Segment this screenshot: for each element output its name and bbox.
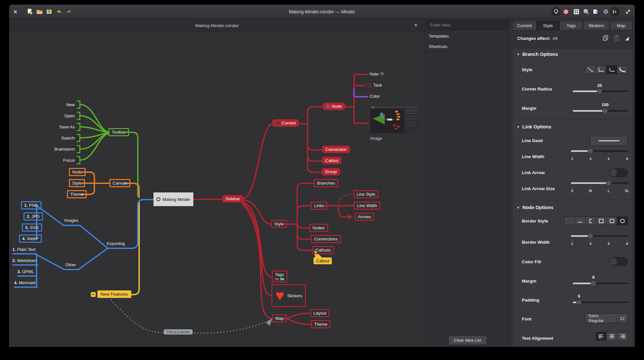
node-canvas-node[interactable]: Node [69,168,86,176]
undo-icon[interactable] [56,8,63,15]
node-search[interactable]: Search [61,134,80,142]
idea-input[interactable] [427,20,508,30]
align-center-button[interactable] [606,332,617,341]
node-exporting[interactable]: Exporting [107,241,125,246]
window-close-icon[interactable]: ✕ [12,8,19,15]
settings-gear-icon[interactable]: ⚙ [602,8,609,15]
node-margin-slider[interactable] [573,283,628,284]
branch-style-squared-button[interactable] [596,65,606,74]
changes-affect-value[interactable]: All [553,36,557,41]
border-style-rounded-button[interactable] [607,217,617,225]
align-right-button[interactable] [617,332,628,341]
node-mermaid[interactable]: 4. Mermaid [14,280,35,285]
node-brainstorm[interactable]: Brainstorm [54,145,80,153]
slider-knob[interactable] [588,233,593,239]
open-folder-icon[interactable] [36,8,43,15]
export-icon[interactable] [592,8,600,15]
node-image-label[interactable]: Image [370,136,382,141]
search-icon[interactable] [583,8,590,15]
tab-style[interactable]: Style [537,21,559,30]
slider-knob[interactable] [588,148,593,154]
branch-style-curved-button[interactable] [617,65,628,74]
line-dash-select[interactable] [590,136,628,146]
tab-stickers[interactable]: Stickers [583,21,610,30]
border-width-slider[interactable] [571,235,628,237]
node-map[interactable]: Map [272,314,287,322]
tab-map[interactable]: Map [610,21,633,30]
node-tags[interactable]: Tags [272,270,287,283]
connection-title-secret[interactable]: This is a secret [164,329,193,335]
clear-idea-list-button[interactable]: Clear Idea List [448,335,487,345]
node-save-as[interactable]: Save As [59,123,80,131]
node-line-width[interactable]: Line Width [354,202,380,210]
node-markdown[interactable]: 2. Markdown [12,258,37,263]
tab-current[interactable]: Current [512,21,537,30]
node-canvas-theme[interactable]: Theme [67,190,87,198]
node-other[interactable]: Other [65,262,76,267]
node-opml[interactable]: 3. OPML [17,269,34,274]
node-theme[interactable]: Theme [311,320,330,328]
corner-radius-slider[interactable] [573,90,628,92]
node-line-style[interactable]: Line Style [353,190,378,198]
redo-icon[interactable] [65,8,72,15]
slider-knob[interactable] [602,108,608,114]
section-node-options[interactable]: ▾ Node Options [517,205,554,210]
hint-lightbulb-icon[interactable] [551,7,561,17]
border-style-none-button[interactable] [564,217,575,225]
node-nodes[interactable]: Nodes [309,224,328,232]
node-style[interactable]: Style [271,220,287,228]
node-color[interactable]: Color [370,94,380,99]
sidebar-item-shortcuts[interactable]: Shortcuts [425,41,510,52]
document-close-icon[interactable]: ✕ [414,23,418,28]
slider-knob[interactable] [590,281,596,286]
paste-style-icon[interactable] [613,35,620,42]
line-width-slider[interactable] [571,150,628,152]
mindmap-canvas[interactable]: Making Minder Sidebar Current Node Conne… [9,32,425,347]
border-style-underline-button[interactable] [575,217,586,225]
node-links[interactable]: Links [311,202,327,210]
node-stickers[interactable]: ♥ Stickers [271,284,306,307]
tab-tags[interactable]: Tags [559,21,583,30]
apply-gradient-icon[interactable]: ◢ [625,35,629,41]
link-arrow-toggle[interactable] [609,168,628,177]
link-arrow-size-slider[interactable] [571,182,628,184]
node-current[interactable]: Current [272,119,299,127]
node-canvas[interactable]: Canvas [109,179,130,187]
copy-style-icon[interactable] [602,35,609,42]
node-canvas-style[interactable]: Style [69,179,85,187]
branch-style-straight-button[interactable] [585,65,596,74]
sidebar-item-templates[interactable]: Templates [425,31,510,41]
border-style-bracket-button[interactable] [586,217,596,225]
node-root[interactable]: Making Minder [153,192,193,206]
node-plain-text[interactable]: 1. Plain Text [12,247,36,252]
node-branches[interactable]: Branches [314,179,338,187]
node-webp[interactable]: 4. WebP [19,235,42,243]
callout-bubble[interactable]: Callout [314,257,332,264]
node-connection[interactable]: Connection [322,146,350,153]
node-images[interactable]: Images [64,218,78,223]
node-sidebar[interactable]: Sidebar [222,195,243,203]
sidebar-toggle-icon[interactable] [610,7,620,17]
node-png[interactable]: 1. PNG [21,201,41,209]
node-group[interactable]: Group [322,168,340,175]
node-toolbar[interactable]: Toolbar [108,128,129,136]
align-left-button[interactable] [596,332,606,341]
node-jpg[interactable]: 2. JPG [24,212,43,221]
slider-knob[interactable] [597,89,602,94]
node-arrows[interactable]: Arrows [355,213,374,221]
font-select[interactable]: Sans Regular 12 [585,313,628,323]
slider-knob[interactable] [606,180,612,186]
node-connections[interactable]: Connections [311,235,341,243]
color-fill-toggle[interactable] [609,257,628,266]
node-new-features[interactable]: New Features [97,290,131,298]
branch-style-rounded-button[interactable] [606,65,617,74]
new-document-icon[interactable] [26,8,33,15]
node-node[interactable]: Node [323,103,345,110]
node-focus[interactable]: Focus [63,156,80,164]
node-task[interactable]: Task [367,83,382,88]
node-new[interactable]: New [66,101,80,109]
section-link-options[interactable]: ▾ Link Options [517,124,551,129]
grid-board-icon[interactable] [573,8,580,15]
slider-knob[interactable] [576,300,582,305]
branch-margin-slider[interactable] [573,110,628,112]
